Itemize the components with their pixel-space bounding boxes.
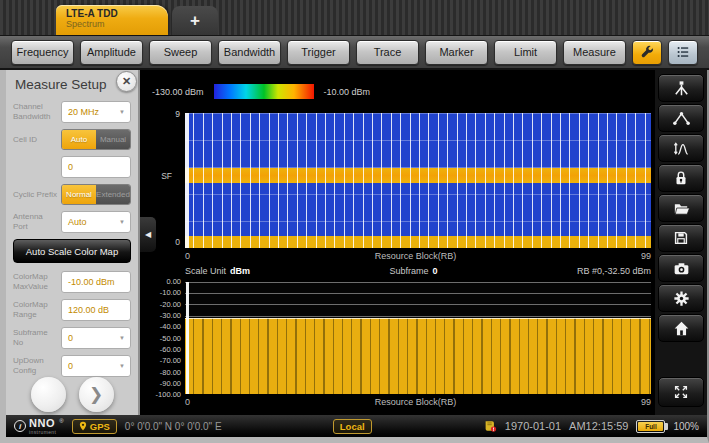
brand-name: NNO (29, 418, 56, 429)
local-mode-badge[interactable]: Local (333, 419, 372, 434)
cyclic-prefix-toggle[interactable]: Normal Extended (61, 184, 131, 205)
ytick: -100.00 (156, 391, 181, 399)
channel-bandwidth-label: Channel Bandwidth (13, 102, 61, 121)
menu-amplitude[interactable]: Amplitude (80, 40, 143, 65)
cell-id-value: 0 (68, 162, 73, 172)
new-tab-button[interactable]: + (172, 6, 218, 35)
cell-id-label: Cell ID (13, 135, 61, 145)
pulse-measure-button[interactable] (658, 134, 704, 162)
tools-wrench-button[interactable] (632, 40, 662, 65)
menu-list-button[interactable] (668, 40, 698, 65)
cell-id-toggle[interactable]: Auto Manual (61, 129, 131, 150)
screenshot-button[interactable] (658, 254, 704, 282)
menu-frequency[interactable]: Frequency (11, 40, 74, 65)
channel-bandwidth-value: 20 MHz (68, 107, 99, 117)
antenna-port-select[interactable]: Auto ▼ (61, 211, 131, 233)
settings-button[interactable] (658, 284, 704, 312)
chevron-down-icon: ▼ (119, 363, 125, 369)
heatmap-ymin-tick: 0 (164, 237, 180, 247)
colormap-range-label: ColorMap Range (13, 300, 61, 319)
menu-trigger[interactable]: Trigger (287, 40, 350, 65)
subframe-no-select[interactable]: 0 ▼ (61, 327, 131, 349)
brand-logo-icon: i (14, 420, 26, 432)
home-button[interactable] (658, 314, 704, 342)
rb-power-bars (185, 318, 651, 394)
colorbar-gradient (214, 84, 314, 99)
spectrum-header: Scale UnitdBm Subframe0 RB #0,-32.50 dBm (185, 266, 651, 276)
status-bar: i NNO instrument ® GPS 0° 0'0.0" N 0° 0'… (6, 415, 707, 437)
ytick: 0.00 (166, 278, 181, 286)
scale-unit-value: dBm (230, 266, 250, 276)
menu-sweep[interactable]: Sweep (149, 40, 212, 65)
colormap-maxvalue-label: ColorMap MaxValue (13, 272, 61, 291)
gps-status-badge[interactable]: GPS (72, 419, 117, 434)
subframe-no-label: Subframe No (13, 328, 61, 347)
panel-close-button[interactable]: ✕ (116, 71, 137, 92)
rb-power-bar-chart[interactable] (185, 282, 651, 394)
heatmap-xmin-tick: 0 (185, 251, 190, 261)
scale-unit: Scale UnitdBm (185, 266, 250, 276)
menu-bandwidth[interactable]: Bandwidth (218, 40, 281, 65)
spectrum-y-axis: 0.00 -10.00 -20.00 -30.00 -40.00 -50.00 … (140, 278, 181, 399)
peak-search-icon (672, 109, 691, 128)
auto-scale-color-map-button[interactable]: Auto Scale Color Map (13, 239, 131, 263)
app-window: LTE-A TDD Spectrum + Frequency Amplitude… (0, 0, 709, 443)
panel-title: Measure Setup (15, 77, 131, 92)
status-time: AM12:15:59 (569, 420, 628, 432)
local-label: Local (340, 421, 365, 432)
cyclic-prefix-extended-option[interactable]: Extended (96, 185, 130, 204)
cyclic-prefix-normal-option[interactable]: Normal (62, 185, 96, 204)
spectrum-xaxis-label: Resource Block(RB) (375, 397, 457, 407)
channel-bandwidth-select[interactable]: 20 MHz ▼ (61, 101, 131, 123)
chart-area: -130.00 dBm -10.00 dBm 9 SF 0 0 Resource… (140, 70, 655, 415)
ytick: -30.00 (160, 312, 181, 320)
collapse-left-icon: ◀ (145, 230, 151, 239)
gps-label: GPS (90, 421, 110, 432)
save-button[interactable] (658, 224, 704, 252)
gps-coordinates: 0° 0'0.0" N 0° 0'0.0" E (125, 421, 222, 432)
heatmap-ymax-tick: 9 (164, 109, 180, 119)
lock-icon (672, 169, 690, 187)
peak-search-button[interactable] (658, 104, 704, 132)
brand-subtitle: instrument (29, 429, 56, 435)
menu-marker[interactable]: Marker (425, 40, 488, 65)
antenna-port-label: Antenna Port (13, 212, 61, 231)
resource-block-heatmap[interactable] (185, 113, 651, 248)
right-toolbar (655, 70, 707, 415)
open-file-button[interactable] (658, 194, 704, 222)
menu-list-icon (675, 44, 691, 60)
save-icon (672, 229, 690, 247)
lock-button[interactable] (658, 164, 704, 192)
tab-title: LTE-A TDD (66, 8, 168, 20)
panel-collapse-handle[interactable]: ◀ (140, 216, 157, 253)
chevron-down-icon: ▼ (119, 335, 125, 341)
folder-open-icon (672, 199, 691, 218)
tab-subtitle: Spectrum (66, 20, 168, 30)
colorbar-min-label: -130.00 dBm (152, 87, 204, 97)
fullscreen-button[interactable] (658, 377, 704, 407)
gear-icon (672, 289, 691, 308)
cell-id-input[interactable]: 0 (61, 156, 131, 178)
cell-id-manual-option[interactable]: Manual (96, 130, 130, 149)
next-page-button[interactable]: ❯ (79, 377, 114, 412)
ytick: -50.00 (160, 335, 181, 343)
chevron-down-icon: ▼ (119, 109, 125, 115)
blank-circle-button[interactable] (31, 377, 66, 412)
rb-marker-readout: RB #0,-32.50 dBm (577, 266, 651, 276)
registered-mark: ® (59, 418, 63, 424)
menu-measure[interactable]: Measure (563, 40, 626, 65)
colormap-maxvalue-input[interactable]: -10.00 dBm (61, 271, 131, 293)
antenna-button[interactable] (658, 74, 704, 102)
updown-config-select[interactable]: 0 ▼ (61, 355, 131, 377)
spectrum-x-axis: 0 Resource Block(RB) 99 (185, 397, 651, 407)
tab-lte-a-tdd-spectrum[interactable]: LTE-A TDD Spectrum (56, 5, 168, 35)
menu-trace[interactable]: Trace (356, 40, 419, 65)
colormap-range-input[interactable]: 120.00 dB (61, 299, 131, 321)
heatmap-grid (185, 113, 651, 248)
menu-limit[interactable]: Limit (494, 40, 557, 65)
antenna-icon (672, 79, 691, 98)
cyclic-prefix-label: Cyclic Prefix (13, 190, 61, 200)
rb0-cursor[interactable] (186, 282, 189, 394)
camera-icon (672, 259, 691, 278)
cell-id-auto-option[interactable]: Auto (62, 130, 96, 149)
